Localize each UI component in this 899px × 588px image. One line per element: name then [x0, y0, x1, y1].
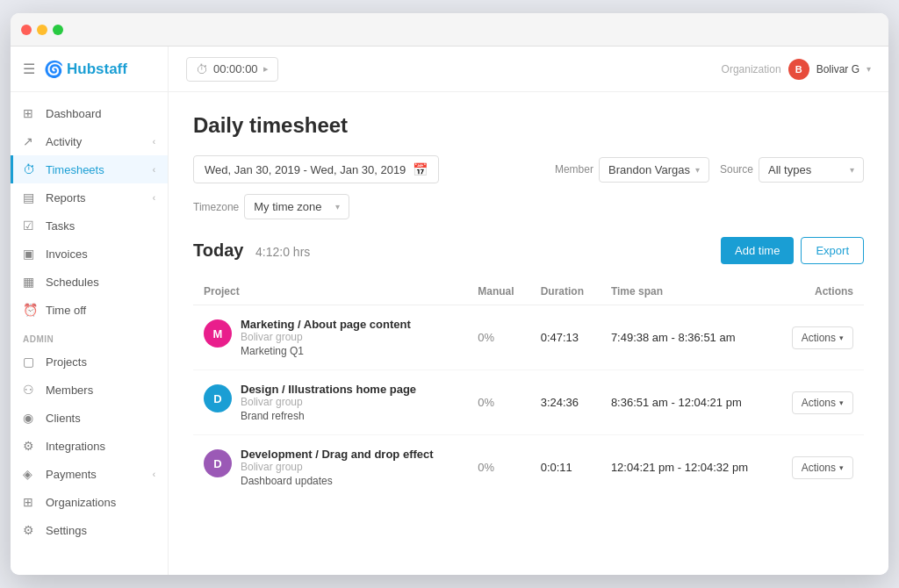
sidebar-item-schedules[interactable]: ▦ Schedules [11, 268, 168, 296]
col-project: Project [193, 278, 467, 305]
source-filter-group: Source All types ▾ [720, 157, 864, 183]
calendar-icon: 📅 [413, 162, 428, 176]
app-window: ☰ 🌀 Hubstaff ⊞ Dashboard ↗ Activity ‹ ⏱ … [11, 13, 888, 575]
sidebar-item-label: Invoices [46, 247, 88, 261]
project-name: Marketing / About page content [241, 318, 411, 331]
user-name: Bolivar G [816, 63, 859, 75]
user-avatar: B [788, 59, 809, 80]
members-icon: ⚇ [23, 383, 39, 397]
today-header: Today 4:12:0 hrs Add time Export [193, 237, 864, 264]
hubstaff-logo-icon: 🌀 [44, 60, 63, 79]
project-group: Bolivar group [241, 396, 416, 408]
sidebar-item-tasks[interactable]: ☑ Tasks [11, 212, 168, 240]
timezone-label: Timezone [193, 201, 239, 213]
member-label: Member [555, 163, 593, 176]
filter-row: Wed, Jan 30, 2019 - Wed, Jan 30, 2019 📅 … [193, 155, 864, 219]
sidebar-item-label: Timesheets [46, 163, 104, 176]
timespan-value: 8:36:51 am - 12:04:21 pm [601, 370, 773, 435]
col-timespan: Time span [601, 278, 773, 305]
actions-button[interactable]: Actions ▾ [792, 326, 853, 349]
sidebar-item-clients[interactable]: ◉ Clients [11, 404, 168, 432]
sidebar-item-label: Clients [46, 412, 81, 425]
project-cell: M Marketing / About page content Bolivar… [204, 318, 457, 357]
sidebar-item-label: Reports [46, 191, 86, 204]
sidebar-item-time-off[interactable]: ⏰ Time off [11, 296, 168, 324]
chevron-icon: ‹ [153, 193, 155, 203]
minimize-dot[interactable] [37, 25, 47, 35]
topbar-right: Organization B Bolivar G ▾ [722, 59, 871, 80]
sidebar-item-label: Projects [46, 355, 87, 369]
org-label: Organization [722, 63, 781, 75]
sidebar-item-payments[interactable]: ◈ Payments ‹ [11, 460, 168, 488]
titlebar [11, 13, 888, 47]
date-picker-button[interactable]: Wed, Jan 30, 2019 - Wed, Jan 30, 2019 📅 [193, 155, 439, 183]
sidebar-item-dashboard[interactable]: ⊞ Dashboard [11, 99, 168, 127]
today-actions: Add time Export [721, 237, 864, 264]
sidebar: ☰ 🌀 Hubstaff ⊞ Dashboard ↗ Activity ‹ ⏱ … [11, 47, 169, 575]
duration-value: 3:24:36 [530, 370, 601, 435]
timespan-value: 7:49:38 am - 8:36:51 am [601, 305, 773, 370]
user-menu-chevron[interactable]: ▾ [867, 64, 871, 74]
project-group: Bolivar group [241, 331, 411, 343]
sidebar-item-members[interactable]: ⚇ Members [11, 376, 168, 404]
export-button[interactable]: Export [801, 237, 864, 264]
actions-button[interactable]: Actions ▾ [792, 391, 853, 414]
timezone-select[interactable]: My time zone ▾ [244, 194, 349, 219]
activity-icon: ↗ [23, 134, 39, 148]
page-title: Daily timesheet [193, 113, 864, 138]
source-select[interactable]: All types ▾ [759, 157, 864, 183]
add-time-button[interactable]: Add time [721, 237, 794, 264]
project-name: Development / Drag and drop effect [241, 448, 434, 461]
project-name: Design / Illustrations home page [241, 383, 416, 396]
time-off-icon: ⏰ [23, 303, 39, 317]
member-select[interactable]: Brandon Vargas ▾ [599, 157, 709, 183]
sidebar-item-organizations[interactable]: ⊞ Organizations [11, 488, 168, 516]
sidebar-header: ☰ 🌀 Hubstaff [11, 47, 168, 92]
maximize-dot[interactable] [53, 25, 63, 35]
col-actions: Actions [773, 278, 864, 305]
actions-cell: Actions ▾ [773, 370, 864, 435]
project-avatar: M [204, 319, 232, 348]
actions-chevron-icon: ▾ [839, 398, 844, 407]
actions-chevron-icon: ▾ [839, 333, 844, 342]
sidebar-item-integrations[interactable]: ⚙ Integrations [11, 432, 168, 460]
project-task: Brand refresh [241, 410, 416, 422]
sidebar-item-settings[interactable]: ⚙ Settings [11, 516, 168, 544]
settings-icon: ⚙ [23, 523, 39, 537]
today-duration: 4:12:0 hrs [255, 245, 310, 259]
select-chevron-icon: ▾ [335, 202, 340, 212]
col-duration: Duration [530, 278, 601, 305]
project-task: Marketing Q1 [241, 345, 411, 357]
today-label: Today [193, 240, 243, 260]
sidebar-item-invoices[interactable]: ▣ Invoices [11, 240, 168, 268]
manual-value: 0% [467, 435, 529, 500]
timespan-value: 12:04:21 pm - 12:04:32 pm [601, 435, 773, 500]
sidebar-item-activity[interactable]: ↗ Activity ‹ [11, 127, 168, 155]
timer-display[interactable]: ⏱ 00:00:00 ▸ [186, 57, 278, 82]
actions-button[interactable]: Actions ▾ [792, 456, 853, 479]
timer-icon: ⏱ [196, 62, 208, 76]
sidebar-item-label: Schedules [46, 276, 99, 289]
timer-arrow: ▸ [263, 63, 269, 75]
sidebar-item-reports[interactable]: ▤ Reports ‹ [11, 183, 168, 212]
actions-chevron-icon: ▾ [839, 463, 844, 472]
duration-value: 0:0:11 [530, 435, 601, 500]
sidebar-item-label: Integrations [46, 440, 105, 453]
close-dot[interactable] [21, 25, 32, 35]
member-value: Brandon Vargas [608, 163, 690, 176]
tasks-icon: ☑ [23, 219, 39, 233]
col-manual: Manual [467, 278, 529, 305]
sidebar-item-label: Time off [46, 304, 86, 317]
sidebar-item-label: Members [46, 384, 93, 397]
sidebar-item-label: Organizations [46, 496, 116, 509]
table-row: D Design / Illustrations home page Boliv… [193, 370, 864, 435]
sidebar-item-label: Dashboard [46, 107, 102, 120]
project-cell: D Development / Drag and drop effect Bol… [204, 448, 457, 487]
hamburger-icon[interactable]: ☰ [23, 61, 35, 77]
date-range-text: Wed, Jan 30, 2019 - Wed, Jan 30, 2019 [205, 163, 406, 176]
sidebar-item-timesheets[interactable]: ⏱ Timesheets ‹ [11, 155, 168, 183]
dashboard-icon: ⊞ [23, 106, 39, 120]
main-content: Daily timesheet Wed, Jan 30, 2019 - Wed,… [169, 92, 888, 575]
today-title-group: Today 4:12:0 hrs [193, 240, 310, 261]
sidebar-item-projects[interactable]: ▢ Projects [11, 348, 168, 376]
